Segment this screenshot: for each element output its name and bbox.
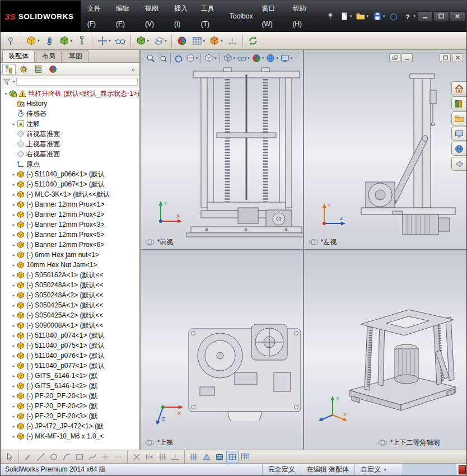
section-view-icon[interactable]: ▾	[185, 53, 199, 64]
save-icon[interactable]: ▾	[371, 11, 386, 22]
viewport-top[interactable]: X Z *上视	[141, 250, 303, 450]
maximize-button[interactable]	[433, 11, 449, 22]
expand-arrow[interactable]: ▸	[11, 172, 17, 177]
expand-arrow[interactable]: ▸	[11, 222, 17, 227]
expand-arrow[interactable]: ▸	[11, 374, 17, 379]
expand-arrow[interactable]: ▸	[11, 434, 17, 439]
tree-item[interactable]: 右视基准面	[1, 149, 139, 159]
menu-item-5[interactable]: Toolbox	[225, 8, 257, 24]
expand-arrow[interactable]: ▸	[11, 363, 17, 368]
expand-arrow[interactable]: ▸	[11, 424, 17, 429]
move-component-icon[interactable]: ▾	[95, 34, 113, 48]
expand-arrow[interactable]: ▸	[11, 303, 17, 308]
view-settings-icon[interactable]: ▾	[279, 53, 293, 64]
doc-restore-icon[interactable]	[389, 53, 400, 62]
design-library-tab-icon[interactable]	[451, 96, 466, 110]
tree-item[interactable]: ▸(-) PF-20_PF-20<1> (默	[1, 391, 139, 401]
tree-item[interactable]: 上视基准面	[1, 139, 139, 149]
line-tool-icon[interactable]	[35, 451, 47, 463]
viewport-front[interactable]: Y X *前视	[141, 50, 303, 249]
spline-tool-icon[interactable]	[86, 451, 99, 463]
help-icon[interactable]: ?▾	[401, 11, 417, 22]
tree-item[interactable]: ▸(-) PF-20_PF-20<3> (默	[1, 411, 139, 421]
arc-tool-icon[interactable]	[60, 451, 73, 463]
solidworks-resources-tab-icon[interactable]	[451, 81, 466, 95]
mate-icon[interactable]	[42, 34, 57, 48]
previous-view-icon[interactable]	[173, 53, 184, 64]
commandmanager-tab-0[interactable]: 装配体	[2, 50, 35, 62]
configurationmanager-tab-icon[interactable]	[31, 64, 45, 75]
viewport-single-icon[interactable]	[213, 451, 226, 463]
tree-item[interactable]: ▸(-) Banner 12mm Prox<1>	[1, 199, 139, 209]
expand-arrow[interactable]: ▸	[11, 232, 17, 237]
menu-item-2[interactable]: 视图(V)	[141, 1, 170, 32]
menu-item-0[interactable]: 文件(F)	[83, 1, 111, 32]
expand-arrow[interactable]: ▸	[11, 122, 17, 127]
pattern-tool-icon[interactable]	[156, 451, 169, 463]
featuremanager-tab-icon[interactable]	[2, 64, 16, 75]
close-button[interactable]	[450, 11, 465, 22]
expand-arrow[interactable]: ▸	[11, 253, 17, 258]
tree-item[interactable]: ▸(-) 6mm Hex jam nut<1>	[1, 250, 139, 260]
bill-of-materials-icon[interactable]: ▾	[190, 34, 207, 48]
rebuild-icon[interactable]	[246, 34, 260, 48]
pin-menu-icon[interactable]	[324, 11, 337, 22]
display-mode-dropdown[interactable]: 自定义 ▾	[354, 464, 403, 475]
tree-item[interactable]: ▸(-) S050425A<2> (默认<<	[1, 310, 139, 320]
tree-item[interactable]: ▸(-) Banner 12mm Prox<6>	[1, 240, 139, 250]
expand-arrow[interactable]: ▸	[11, 192, 17, 197]
trim-tool-icon[interactable]	[130, 451, 143, 463]
zoom-fit-icon[interactable]	[145, 53, 156, 64]
dimension-tool-icon[interactable]	[169, 451, 181, 463]
show-hidden-components-icon[interactable]	[113, 34, 128, 48]
expand-arrow[interactable]: ▸	[11, 384, 17, 389]
expand-arrow[interactable]: ▸	[11, 414, 17, 419]
assembly-features-icon[interactable]: ▾	[134, 34, 151, 48]
tree-item[interactable]: ▸10mm Hex Nut Jam<1>	[1, 260, 139, 270]
displaymanager-tab-icon[interactable]	[46, 64, 59, 75]
expand-arrow[interactable]: ▸	[11, 343, 17, 348]
tree-item[interactable]: ▸A注解	[1, 119, 139, 129]
open-icon[interactable]: ▾	[354, 11, 370, 22]
new-motion-study-icon[interactable]	[175, 34, 189, 48]
file-explorer-tab-icon[interactable]	[451, 111, 466, 125]
tree-item[interactable]: ▸(-) MLC-3K<1> (默认<<默认	[1, 189, 139, 199]
tree-item[interactable]: ▸(-) JP-472_JP-472<1> (默	[1, 421, 139, 431]
viewport-four-icon[interactable]	[226, 451, 239, 463]
doc-minimize-icon[interactable]	[401, 53, 413, 62]
section-scope-icon[interactable]	[200, 451, 213, 463]
expand-arrow[interactable]: ▸	[11, 293, 17, 298]
expand-arrow[interactable]: ▸	[11, 333, 17, 338]
doc-close-icon[interactable]	[452, 53, 463, 62]
smart-fasteners-icon[interactable]	[74, 34, 89, 48]
instant3d-icon[interactable]	[225, 34, 240, 48]
tree-item[interactable]: 传感器	[1, 109, 139, 119]
expand-arrow[interactable]: ▸	[11, 404, 17, 409]
appearances-tab-icon[interactable]	[451, 142, 466, 156]
undo-icon[interactable]	[387, 11, 400, 22]
menu-item-7[interactable]: 帮助(H)	[288, 1, 317, 32]
select-tool-icon[interactable]	[3, 451, 16, 463]
expand-arrow[interactable]: ▸	[11, 263, 17, 268]
tree-item[interactable]: ▸(-) S090008A<1> (默认<<	[1, 320, 139, 330]
tree-item[interactable]: ▸(-) S050248A<2> (默认<<	[1, 290, 139, 300]
tree-root-item[interactable]: ▾丝杠升降机 (默认<默认_显示状态-1>)	[1, 88, 139, 99]
edit-appearance-icon[interactable]: ▾	[251, 53, 265, 64]
panel-overflow-chevron[interactable]: »	[129, 66, 138, 73]
view-palette-tab-icon[interactable]	[451, 127, 466, 141]
expand-arrow[interactable]: ▸	[11, 283, 17, 288]
filter-dropdown-caret[interactable]: ▾	[13, 80, 15, 84]
commandmanager-tab-1[interactable]: 布局	[36, 50, 62, 62]
commandmanager-tab-2[interactable]: 草图	[63, 50, 88, 62]
point-tool-icon[interactable]	[99, 451, 111, 463]
doc-maximize-icon[interactable]	[440, 53, 451, 62]
pin-toolbar-icon[interactable]	[3, 34, 18, 48]
centerline-tool-icon[interactable]	[112, 451, 124, 463]
rectangle-tool-icon[interactable]	[73, 451, 86, 463]
tree-item[interactable]: ▸(-) Banner 12mm Prox<3>	[1, 220, 139, 230]
tree-item[interactable]: ▸(-) 511040_p074<1> (默认	[1, 330, 139, 340]
custom-properties-tab-icon[interactable]	[451, 157, 466, 171]
tree-item[interactable]: ▸(-) 511040_p075<1> (默认	[1, 340, 139, 351]
tree-item[interactable]: ▸(-) Banner 12mm Prox<2>	[1, 209, 139, 220]
tree-item[interactable]: 原点	[1, 159, 139, 169]
